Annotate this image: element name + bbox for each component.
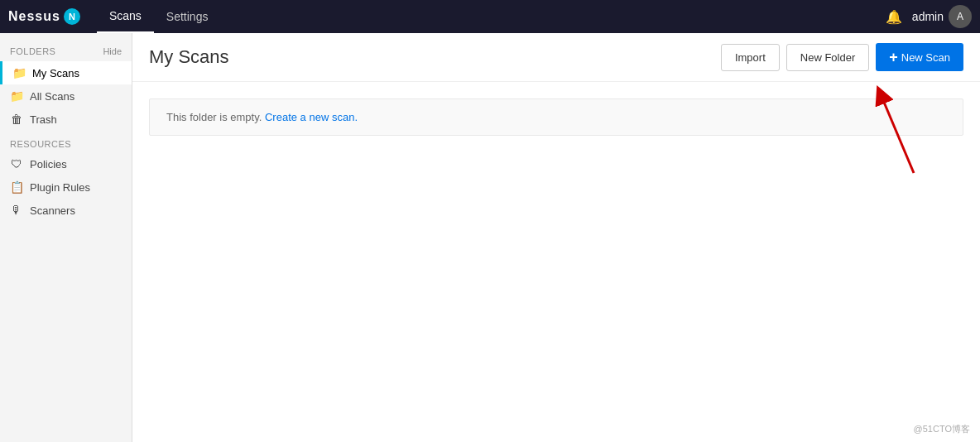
sidebar-item-scanners[interactable]: 🎙 Scanners	[0, 199, 132, 222]
sidebar-item-policies[interactable]: 🛡 Policies	[0, 152, 132, 175]
page-title: My Scans	[149, 46, 721, 68]
sidebar-item-label-my-scans: My Scans	[32, 67, 79, 79]
logo-text: Nessus	[8, 9, 60, 24]
content-body: This folder is empty. Create a new scan.	[132, 82, 980, 442]
sidebar-item-label-all-scans: All Scans	[30, 90, 74, 103]
folder-icon-all-scans: 📁	[10, 89, 23, 103]
shield-icon: 🛡	[10, 157, 23, 171]
nav-items: Scans Settings	[97, 0, 886, 33]
user-label: admin	[912, 10, 944, 23]
plugin-rules-icon: 📋	[10, 180, 23, 194]
folder-icon-my-scans: 📁	[12, 66, 26, 79]
folders-section-header: FOLDERS Hide	[0, 43, 132, 60]
user-menu[interactable]: admin A	[912, 5, 972, 28]
watermark: @51CTO博客	[914, 423, 970, 435]
nav-item-settings[interactable]: Settings	[154, 0, 221, 33]
create-new-scan-link[interactable]: Create a new scan.	[265, 111, 358, 123]
sidebar-item-label-trash: Trash	[30, 113, 57, 126]
new-scan-label: New Scan	[901, 51, 950, 64]
new-folder-button[interactable]: New Folder	[786, 44, 869, 71]
folders-label: FOLDERS	[10, 46, 55, 56]
plus-icon: +	[889, 50, 898, 65]
scanners-icon: 🎙	[10, 204, 23, 217]
content-header: My Scans Import New Folder + New Scan	[132, 33, 980, 82]
empty-text: This folder is empty.	[166, 111, 262, 123]
logo[interactable]: Nessus N	[8, 8, 80, 25]
main-content: My Scans Import New Folder + New Scan Th…	[132, 33, 980, 442]
resources-section-header: RESOURCES	[0, 131, 132, 152]
top-nav: Nessus N Scans Settings 🔔 admin A	[0, 0, 980, 33]
nav-right: 🔔 admin A	[886, 5, 972, 28]
sidebar-item-trash[interactable]: 🗑 Trash	[0, 108, 132, 131]
hide-link[interactable]: Hide	[103, 46, 122, 56]
header-buttons: Import New Folder + New Scan	[721, 43, 963, 71]
sidebar-item-label-plugin-rules: Plugin Rules	[30, 181, 90, 194]
sidebar: FOLDERS Hide 📁 My Scans 📁 All Scans 🗑 Tr…	[0, 33, 132, 442]
new-scan-button[interactable]: + New Scan	[876, 43, 963, 71]
bell-icon[interactable]: 🔔	[886, 9, 902, 25]
nav-item-scans[interactable]: Scans	[97, 0, 154, 33]
import-button[interactable]: Import	[721, 44, 780, 71]
sidebar-item-my-scans[interactable]: 📁 My Scans	[0, 61, 132, 84]
main-layout: FOLDERS Hide 📁 My Scans 📁 All Scans 🗑 Tr…	[0, 33, 980, 442]
sidebar-item-all-scans[interactable]: 📁 All Scans	[0, 84, 132, 108]
avatar: A	[949, 5, 972, 28]
sidebar-item-label-scanners: Scanners	[30, 204, 75, 217]
trash-icon: 🗑	[10, 113, 23, 126]
sidebar-item-label-policies: Policies	[30, 158, 67, 171]
sidebar-item-plugin-rules[interactable]: 📋 Plugin Rules	[0, 175, 132, 199]
logo-badge: N	[64, 8, 80, 25]
empty-folder-bar: This folder is empty. Create a new scan.	[149, 98, 963, 136]
